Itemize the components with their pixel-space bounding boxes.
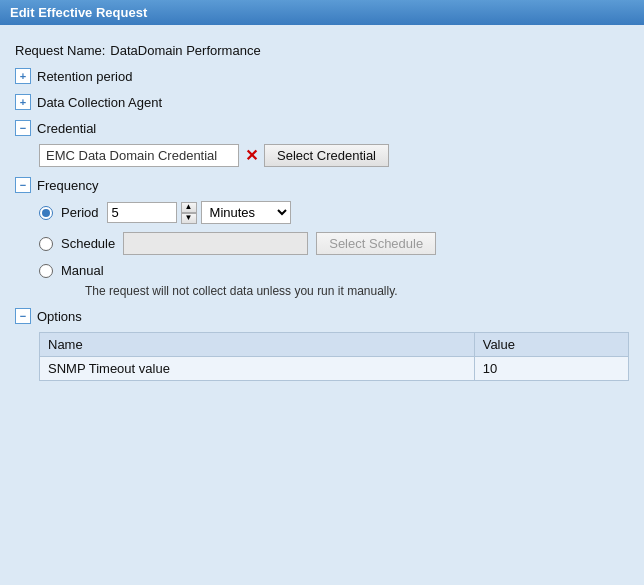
manual-description: The request will not collect data unless… xyxy=(39,284,629,298)
credential-section-title: Credential xyxy=(37,121,96,136)
frequency-section: − Frequency Period ▲ ▼ Minutes Hours xyxy=(15,177,629,298)
spinner-down-button[interactable]: ▼ xyxy=(181,213,197,224)
period-unit-select[interactable]: Minutes Hours Days xyxy=(201,201,291,224)
data-collection-section: + Data Collection Agent xyxy=(15,94,629,110)
period-spinner: ▲ ▼ xyxy=(181,202,197,224)
period-option-row: Period ▲ ▼ Minutes Hours Days xyxy=(39,201,629,224)
retention-section-header[interactable]: + Retention period xyxy=(15,68,629,84)
window-title: Edit Effective Request xyxy=(10,5,147,20)
delete-credential-icon[interactable]: ✕ xyxy=(245,146,258,165)
options-section-body: Name Value SNMP Timeout value 10 xyxy=(15,332,629,381)
credential-section: − Credential ✕ Select Credential xyxy=(15,120,629,167)
options-section-header[interactable]: − Options xyxy=(15,308,629,324)
period-input-wrap: ▲ ▼ Minutes Hours Days xyxy=(107,201,291,224)
manual-option-row: Manual xyxy=(39,263,629,278)
retention-section: + Retention period xyxy=(15,68,629,84)
frequency-section-header[interactable]: − Frequency xyxy=(15,177,629,193)
data-collection-section-header[interactable]: + Data Collection Agent xyxy=(15,94,629,110)
options-table: Name Value SNMP Timeout value 10 xyxy=(39,332,629,381)
options-row-value: 10 xyxy=(474,357,628,381)
credential-section-body: ✕ Select Credential xyxy=(15,144,629,167)
schedule-radio[interactable] xyxy=(39,237,53,251)
credential-expand-icon[interactable]: − xyxy=(15,120,31,136)
spinner-up-button[interactable]: ▲ xyxy=(181,202,197,213)
period-value-input[interactable] xyxy=(107,202,177,223)
schedule-input[interactable] xyxy=(123,232,308,255)
frequency-section-title: Frequency xyxy=(37,178,98,193)
manual-radio[interactable] xyxy=(39,264,53,278)
options-table-header-name: Name xyxy=(40,333,475,357)
request-name-value: DataDomain Performance xyxy=(110,43,260,58)
manual-label: Manual xyxy=(61,263,104,278)
data-collection-expand-icon[interactable]: + xyxy=(15,94,31,110)
data-collection-section-title: Data Collection Agent xyxy=(37,95,162,110)
select-schedule-button[interactable]: Select Schedule xyxy=(316,232,436,255)
select-credential-button[interactable]: Select Credential xyxy=(264,144,389,167)
period-label: Period xyxy=(61,205,99,220)
credential-row: ✕ Select Credential xyxy=(39,144,629,167)
options-section: − Options Name Value SNMP Timeout value … xyxy=(15,308,629,381)
frequency-section-body: Period ▲ ▼ Minutes Hours Days xyxy=(15,201,629,298)
schedule-label: Schedule xyxy=(61,236,115,251)
retention-section-title: Retention period xyxy=(37,69,132,84)
retention-expand-icon[interactable]: + xyxy=(15,68,31,84)
options-table-header-value: Value xyxy=(474,333,628,357)
schedule-option-row: Schedule Select Schedule xyxy=(39,232,629,255)
request-name-label: Request Name: xyxy=(15,43,105,58)
window-title-bar: Edit Effective Request xyxy=(0,0,644,25)
options-expand-icon[interactable]: − xyxy=(15,308,31,324)
credential-input[interactable] xyxy=(39,144,239,167)
table-row: SNMP Timeout value 10 xyxy=(40,357,629,381)
credential-section-header[interactable]: − Credential xyxy=(15,120,629,136)
period-radio[interactable] xyxy=(39,206,53,220)
options-section-title: Options xyxy=(37,309,82,324)
frequency-expand-icon[interactable]: − xyxy=(15,177,31,193)
options-row-name: SNMP Timeout value xyxy=(40,357,475,381)
